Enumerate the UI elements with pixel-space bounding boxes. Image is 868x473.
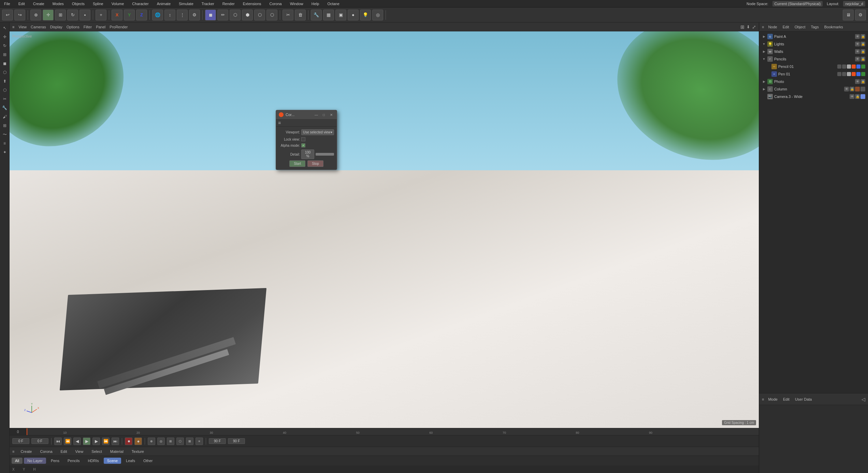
timeline-ruler[interactable]: 10 20 30 40 50 60 70 80 90 bbox=[27, 428, 759, 435]
cut-btn[interactable]: ✂ bbox=[283, 10, 293, 20]
sidebar-scale-icon[interactable]: ⊞ bbox=[1, 51, 9, 59]
pencil01-icon1[interactable] bbox=[837, 64, 841, 69]
lights-lock-icon[interactable]: 🔒 bbox=[860, 42, 865, 46]
sidebar-loop-icon[interactable]: ⬡ bbox=[1, 68, 9, 76]
anim-mode4-btn[interactable]: ⬡ bbox=[176, 438, 184, 445]
tree-expand-camera[interactable] bbox=[762, 95, 766, 99]
tree-item-walls[interactable]: ▶ W Walls 👁 🔒 bbox=[759, 48, 868, 55]
bottom-tab-view[interactable]: View bbox=[73, 449, 86, 454]
viewport-solo-btn[interactable]: ● bbox=[348, 10, 359, 20]
bottom-hamburger-icon[interactable]: ≡ bbox=[12, 449, 14, 454]
array-btn[interactable]: ▦ bbox=[323, 10, 334, 20]
dialog-lockview-checkbox[interactable] bbox=[301, 137, 305, 141]
menu-simulate[interactable]: Simulate bbox=[177, 1, 195, 6]
sidebar-rotate-icon[interactable]: ↻ bbox=[1, 42, 9, 50]
dialog-alphamode-checkbox[interactable] bbox=[301, 143, 305, 147]
menu-tracker[interactable]: Tracker bbox=[200, 1, 216, 6]
script-btn[interactable]: ⚙ bbox=[855, 10, 866, 20]
tree-expand-walls[interactable]: ▶ bbox=[762, 49, 766, 54]
world-view-btn[interactable]: 🌐 bbox=[152, 10, 163, 20]
tree-expand-column[interactable]: ▶ bbox=[762, 87, 766, 91]
camera-lock-icon[interactable]: 🔒 bbox=[855, 94, 860, 99]
light-btn[interactable]: 💡 bbox=[360, 10, 371, 20]
menu-render[interactable]: Render bbox=[221, 1, 236, 6]
x-axis-btn[interactable]: X bbox=[112, 10, 122, 20]
timeline-bar[interactable]: 0 10 20 30 40 50 60 70 80 90 bbox=[10, 428, 759, 435]
camera-vis-icon[interactable]: 👁 bbox=[850, 94, 854, 99]
tool5-btn[interactable]: ● bbox=[79, 10, 90, 20]
end-frame-alt-field[interactable] bbox=[228, 438, 245, 444]
vp-filter-menu[interactable]: Filter bbox=[84, 25, 92, 29]
layout-value[interactable]: nejckilar_d bbox=[843, 1, 865, 6]
z-axis-btn[interactable]: Z bbox=[136, 10, 147, 20]
jump-end-btn[interactable]: ⏭ bbox=[112, 438, 119, 445]
end-frame-field[interactable] bbox=[209, 438, 226, 444]
right-panel-collapse-btn[interactable]: ◁ bbox=[862, 397, 865, 402]
tree-expand-pen01[interactable] bbox=[767, 72, 770, 76]
scale-tool-btn[interactable]: ⊞ bbox=[55, 10, 66, 20]
anim-mode3-btn[interactable]: ⊞ bbox=[167, 438, 174, 445]
pencil01-icon3[interactable] bbox=[847, 64, 851, 69]
jump-start-btn[interactable]: ⏮ bbox=[54, 438, 62, 445]
dialog-minimize-btn[interactable]: — bbox=[314, 112, 319, 117]
sidebar-layer-icon[interactable]: ≡ bbox=[1, 139, 9, 147]
pencil01-icon5[interactable] bbox=[856, 64, 860, 69]
render-region-btn[interactable]: ▣ bbox=[335, 10, 346, 20]
menu-window[interactable]: Window bbox=[289, 1, 305, 6]
sidebar-hair-icon[interactable]: ⊞ bbox=[1, 121, 9, 130]
lights-vis-icon[interactable]: 👁 bbox=[855, 42, 860, 46]
column-vis-icon[interactable]: 👁 bbox=[844, 87, 849, 91]
paint-a-lock-icon[interactable]: 🔒 bbox=[860, 34, 865, 39]
sidebar-move-icon[interactable]: ✛ bbox=[1, 33, 9, 41]
sidebar-magnet-icon[interactable]: 🔧 bbox=[1, 104, 9, 112]
pen01-icon2[interactable] bbox=[842, 72, 846, 76]
bottom-tab-texture[interactable]: Texture bbox=[130, 449, 146, 454]
dialog-detail-track[interactable] bbox=[316, 153, 334, 156]
step-fwd-btn[interactable]: ▶ bbox=[92, 438, 100, 445]
dialog-hamburger-icon[interactable]: ≡ bbox=[278, 120, 281, 126]
vp-view-menu[interactable]: View bbox=[18, 25, 27, 29]
right-tab-tags[interactable]: Tags bbox=[809, 24, 820, 30]
material-btn[interactable]: ◎ bbox=[372, 10, 383, 20]
model-mode-btn[interactable]: ◼ bbox=[205, 10, 216, 20]
right-bottom-tab-mode[interactable]: Mode bbox=[767, 397, 779, 402]
menu-help[interactable]: Help bbox=[310, 1, 321, 6]
camera-color-icon[interactable] bbox=[860, 94, 865, 99]
tree-item-camera[interactable]: 📷 Camera.3 - Wide 👁 🔒 bbox=[759, 93, 868, 100]
key-btn[interactable]: ◆ bbox=[134, 438, 142, 445]
bottom-tab-corona[interactable]: Corona bbox=[38, 449, 54, 454]
layer-tab-scene[interactable]: Scene bbox=[104, 458, 121, 464]
node-space-value[interactable]: Current (Standard/Physical) bbox=[772, 1, 823, 6]
column-color-icon[interactable] bbox=[855, 87, 860, 91]
sidebar-paint-icon[interactable]: 🖌 bbox=[1, 113, 9, 121]
layer-tab-pens[interactable]: Pens bbox=[47, 458, 63, 464]
sidebar-knife-icon[interactable]: ✂ bbox=[1, 95, 9, 103]
bottom-tab-edit[interactable]: Edit bbox=[59, 449, 69, 454]
layer-tab-all[interactable]: All bbox=[12, 458, 23, 464]
dialog-maximize-btn[interactable]: □ bbox=[321, 112, 327, 117]
play-btn[interactable]: ▶ bbox=[83, 438, 90, 445]
bottom-tab-material[interactable]: Material bbox=[108, 449, 126, 454]
step-back-btn[interactable]: ◀ bbox=[73, 438, 81, 445]
column-icon2[interactable] bbox=[860, 87, 865, 91]
settings-btn[interactable]: ⚙ bbox=[189, 10, 200, 20]
pencils-lock-icon[interactable]: 🔒 bbox=[860, 57, 865, 61]
tree-item-lights[interactable]: ▼ 💡 Lights 👁 🔒 bbox=[759, 40, 868, 48]
menu-corona[interactable]: Corona bbox=[268, 1, 283, 6]
right-bottom-tab-edit[interactable]: Edit bbox=[782, 397, 791, 402]
sidebar-spline-icon[interactable]: 〜 bbox=[1, 130, 9, 139]
vp-maximize-icon[interactable]: ⤢ bbox=[752, 24, 756, 30]
menu-extensions[interactable]: Extensions bbox=[242, 1, 263, 6]
current-frame-alt-field[interactable] bbox=[31, 438, 48, 444]
add-obj-btn[interactable]: + bbox=[96, 10, 106, 20]
bottom-tab-create[interactable]: Create bbox=[18, 449, 34, 454]
column-lock-icon[interactable]: 🔒 bbox=[850, 87, 854, 91]
menu-create[interactable]: Create bbox=[32, 1, 46, 6]
prev-frame-btn[interactable]: ⏪ bbox=[64, 438, 71, 445]
current-frame-field[interactable] bbox=[12, 438, 29, 444]
vp-display-menu[interactable]: Display bbox=[50, 25, 62, 29]
paint-a-vis-icon[interactable]: 👁 bbox=[855, 34, 860, 39]
right-tab-edit[interactable]: Edit bbox=[781, 24, 791, 30]
smooth-btn[interactable]: ⬢ bbox=[242, 10, 253, 20]
pen01-icon5[interactable] bbox=[856, 72, 860, 76]
